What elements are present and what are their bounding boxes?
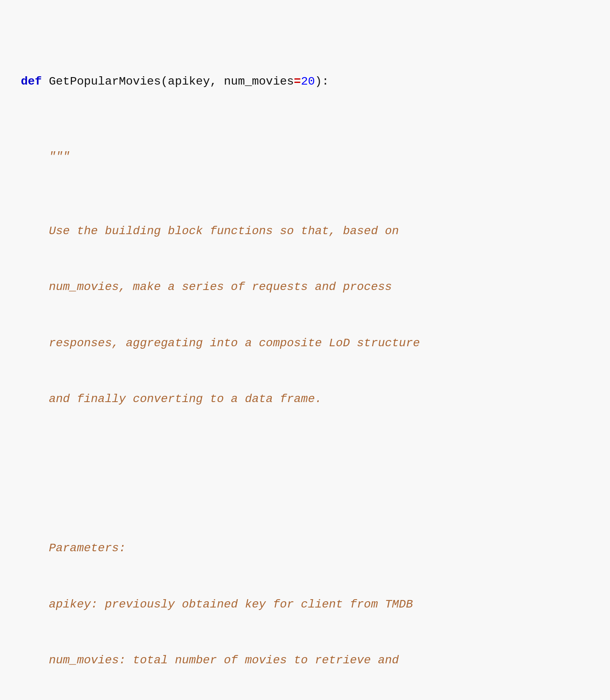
docstring-line-4: and finally converting to a data frame. xyxy=(21,392,322,405)
code-line-blank1 xyxy=(21,465,589,483)
keyword-def: def xyxy=(21,75,42,88)
code-line-3: Use the building block functions so that… xyxy=(21,222,589,241)
code-line-5: responses, aggregating into a composite … xyxy=(21,334,589,353)
code-line-7: Parameters: xyxy=(21,539,589,558)
docstring-line-7: num_movies: total number of movies to re… xyxy=(21,654,399,667)
code-line-9: num_movies: total number of movies to re… xyxy=(21,651,589,670)
number-20: 20 xyxy=(301,75,315,88)
normal-text: ): xyxy=(315,75,329,88)
docstring-line-6: apikey: previously obtained key for clie… xyxy=(21,598,413,611)
code-line-4: num_movies, make a series of requests an… xyxy=(21,278,589,297)
normal-text: GetPopularMovies(apikey, num_movies xyxy=(42,75,294,88)
code-line-2: """ xyxy=(21,148,589,166)
code-line-6: and finally converting to a data frame. xyxy=(21,390,589,409)
docstring-line-2: num_movies, make a series of requests an… xyxy=(21,280,392,293)
code-line-1: def GetPopularMovies(apikey, num_movies=… xyxy=(21,72,589,91)
docstring-line-3: responses, aggregating into a composite … xyxy=(21,337,420,350)
operator-equals: = xyxy=(294,75,301,88)
docstring-open: """ xyxy=(21,150,70,163)
docstring-line-1: Use the building block functions so that… xyxy=(21,225,399,238)
code-block: def GetPopularMovies(apikey, num_movies=… xyxy=(21,17,589,700)
docstring-line-5: Parameters: xyxy=(21,542,126,555)
code-line-8: apikey: previously obtained key for clie… xyxy=(21,595,589,614)
